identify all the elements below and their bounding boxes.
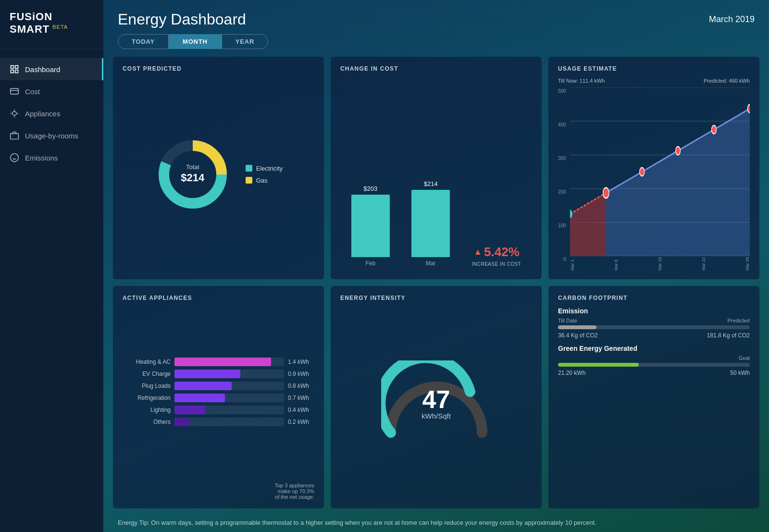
svg-rect-0 bbox=[11, 66, 14, 69]
electricity-dot bbox=[246, 165, 252, 172]
lighting-value: 0.4 kWh bbox=[288, 407, 314, 413]
mar-bar bbox=[411, 190, 450, 257]
heating-bar bbox=[174, 358, 271, 366]
gauge-value: 47 kWh/Sqft bbox=[422, 387, 451, 420]
feb-value: $203 bbox=[363, 185, 377, 192]
cost-predicted-title: COST PREDICTED bbox=[123, 65, 314, 72]
green-header-row: Goal bbox=[558, 355, 750, 361]
active-appliances-card: ACTIVE APPLIANCES Heating & AC 1.4 kWh E… bbox=[113, 286, 324, 508]
plug-label: Plug Loads bbox=[123, 383, 171, 389]
others-value: 0.2 kWh bbox=[288, 419, 314, 425]
till-date-label: Till Date bbox=[558, 318, 577, 323]
emission-header-row: Till Date Predicted bbox=[558, 318, 750, 323]
gas-label: Gas bbox=[256, 177, 268, 184]
emission-values: 36.4 Kg of CO2 181.8 Kg of CO2 bbox=[558, 332, 750, 339]
emission-bar-fill bbox=[558, 325, 596, 329]
energy-intensity-title: ENERGY INTENSITY bbox=[340, 295, 532, 301]
plug-value: 0.8 kWh bbox=[288, 383, 314, 389]
plug-bar bbox=[174, 382, 232, 390]
gas-dot bbox=[246, 177, 252, 184]
app-logo: FUSiON SMARTBETA bbox=[10, 11, 68, 35]
heating-label: Heating & AC bbox=[123, 359, 171, 365]
feb-label: Feb bbox=[365, 260, 375, 267]
plug-bar-wrap bbox=[174, 382, 284, 390]
rooms-icon bbox=[10, 131, 19, 140]
sidebar-item-cost[interactable]: Cost bbox=[0, 80, 103, 102]
svg-rect-11 bbox=[11, 134, 19, 139]
emission-title: Emission bbox=[558, 307, 750, 315]
x-axis: Mar 1 Mar 8 Mar 15 Mar 22 Mar 29 bbox=[570, 256, 750, 271]
svg-point-29 bbox=[711, 125, 716, 134]
sidebar-item-appliances[interactable]: Appliances bbox=[0, 102, 103, 124]
tab-today[interactable]: TODAY bbox=[118, 34, 169, 49]
refrig-value: 0.7 kWh bbox=[288, 395, 314, 401]
green-values: 21.20 kWh 50 kWh bbox=[558, 370, 750, 376]
svg-marker-24 bbox=[606, 109, 750, 256]
cost-predicted-inner: Total $214 Electricity Gas bbox=[123, 78, 314, 271]
gauge-area: 47 kWh/Sqft bbox=[340, 307, 532, 500]
electricity-label: Electricity bbox=[256, 165, 283, 172]
sidebar-label-rooms: Usage-by-rooms bbox=[25, 132, 78, 140]
emission-bar-track bbox=[558, 325, 750, 329]
legend-gas: Gas bbox=[246, 177, 283, 184]
usage-till-now: Till Now: 111.4 kWh bbox=[558, 78, 605, 84]
refrig-bar bbox=[174, 394, 225, 402]
tab-bar: TODAY MONTH YEAR bbox=[103, 34, 769, 57]
predicted-value: 181.8 Kg of CO2 bbox=[707, 332, 750, 339]
carbon-footprint-title: CARBON FOOTPRINT bbox=[558, 295, 750, 301]
svg-marker-23 bbox=[570, 193, 606, 256]
main-content: Energy Dashboard March 2019 TODAY MONTH … bbox=[103, 0, 769, 532]
green-energy-section: Green Energy Generated Goal 21.20 kWh 50… bbox=[558, 345, 750, 376]
lighting-bar bbox=[174, 406, 205, 414]
till-date-value: 36.4 Kg of CO2 bbox=[558, 332, 598, 339]
ev-value: 0.9 kWh bbox=[288, 371, 314, 377]
app-beta: BETA bbox=[52, 24, 68, 30]
others-bar-wrap bbox=[174, 418, 284, 426]
cost-predicted-card: COST PREDICTED Total $214 bbox=[113, 57, 324, 279]
mar-label: Mar bbox=[426, 260, 436, 267]
sidebar-item-emissions[interactable]: Emissions bbox=[0, 147, 103, 169]
change-in-cost-title: CHANGE IN COST bbox=[340, 65, 532, 72]
appliance-row-others: Others 0.2 kWh bbox=[123, 418, 314, 426]
tab-year[interactable]: YEAR bbox=[222, 34, 268, 49]
predicted-label: Predicted bbox=[728, 318, 750, 323]
appliance-row-ev: EV Charge 0.9 kWh bbox=[123, 370, 314, 378]
svg-rect-1 bbox=[15, 66, 18, 69]
heating-value: 1.4 kWh bbox=[288, 359, 314, 365]
change-in-cost-card: CHANGE IN COST $203 Feb $214 Mar bbox=[331, 57, 542, 279]
gauge-unit: kWh/Sqft bbox=[422, 412, 451, 420]
refrig-bar-wrap bbox=[174, 394, 284, 402]
tab-month[interactable]: MONTH bbox=[169, 34, 222, 49]
others-label: Others bbox=[123, 419, 171, 425]
change-label: INCREASE IN COST bbox=[472, 261, 521, 267]
donut-center: Total $214 bbox=[181, 163, 204, 185]
mar-value: $214 bbox=[424, 180, 438, 187]
appliances-icon bbox=[10, 109, 19, 118]
gauge-number: 47 bbox=[422, 387, 451, 412]
appliance-row-lighting: Lighting 0.4 kWh bbox=[123, 406, 314, 414]
page-title: Energy Dashboard bbox=[118, 11, 246, 28]
usage-estimate-card: USAGE ESTIMATE Till Now: 111.4 kWh Predi… bbox=[548, 57, 759, 279]
sidebar-label-emissions: Emissions bbox=[25, 154, 58, 162]
green-bar-fill bbox=[558, 363, 639, 367]
green-energy-title: Green Energy Generated bbox=[558, 345, 750, 352]
svg-rect-4 bbox=[11, 88, 19, 94]
ev-bar bbox=[174, 370, 240, 378]
change-indicator: ▲ 5.42% INCREASE IN COST bbox=[472, 245, 521, 267]
sidebar-label-appliances: Appliances bbox=[25, 110, 60, 118]
sidebar-label-cost: Cost bbox=[25, 87, 40, 96]
sidebar-item-usage-by-rooms[interactable]: Usage-by-rooms bbox=[0, 124, 103, 147]
emissions-icon bbox=[10, 153, 19, 162]
goal-label: Goal bbox=[739, 355, 750, 361]
refrig-label: Refrigeration bbox=[123, 395, 171, 401]
svg-point-28 bbox=[675, 147, 680, 155]
usage-estimate-title: USAGE ESTIMATE bbox=[558, 65, 750, 72]
sidebar-item-dashboard[interactable]: Dashboard bbox=[0, 58, 103, 80]
appliances-list: Heating & AC 1.4 kWh EV Charge 0.9 kWh P… bbox=[123, 307, 314, 480]
appliance-note: Top 3 appliancesmake up 70.3%of the net … bbox=[123, 483, 314, 500]
app-name: FUSiON SMART bbox=[10, 11, 52, 35]
logo-area: FUSiON SMARTBETA bbox=[0, 0, 103, 49]
dashboard-grid: COST PREDICTED Total $214 bbox=[103, 57, 769, 513]
svg-point-30 bbox=[747, 104, 750, 113]
feb-bar bbox=[351, 195, 390, 257]
